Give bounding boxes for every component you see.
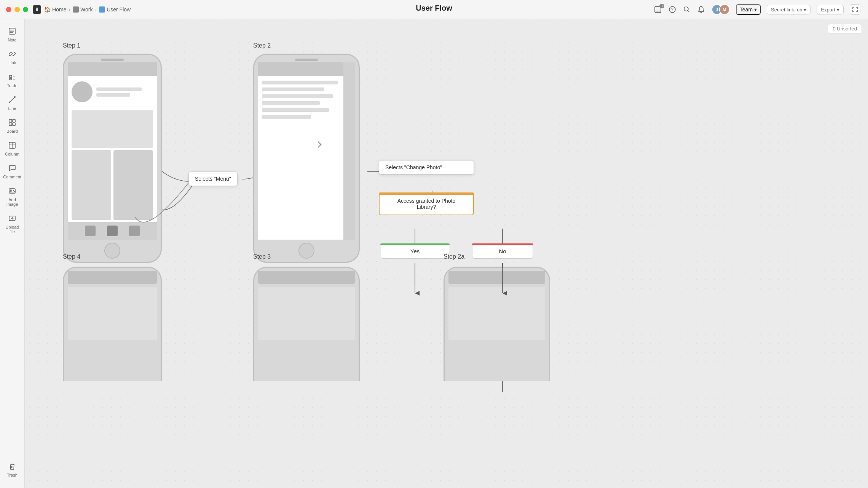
svg-rect-19	[9, 123, 12, 126]
tablet-icon[interactable]: 3	[654, 5, 662, 14]
canvas-title: User Flow	[416, 4, 452, 13]
avatar-group: J M	[712, 4, 730, 15]
phone-home-btn-2	[298, 243, 314, 259]
step1-label: Step 1	[63, 42, 80, 49]
svg-rect-24	[9, 189, 15, 193]
sidebar-item-column[interactable]: Column	[2, 138, 23, 159]
phone-speaker-1	[101, 59, 124, 61]
sidebar-item-board[interactable]: Board	[2, 115, 23, 137]
breadcrumb-page[interactable]: User Flow	[99, 6, 131, 13]
help-icon[interactable]: ?	[668, 5, 677, 14]
svg-point-15	[9, 102, 10, 103]
phone-sidebar-2	[343, 62, 355, 240]
phone-screen-1	[68, 62, 157, 240]
sidebar-item-comment[interactable]: Comment	[2, 161, 23, 182]
header-right: 3 ? J	[654, 0, 860, 19]
sidebar-label-note: Note	[8, 38, 16, 42]
sidebar-item-trash[interactable]: Trash	[2, 459, 23, 480]
svg-rect-20	[13, 123, 15, 126]
note-icon	[8, 27, 16, 37]
canvas-area[interactable]: 0 Unsorted Step 1	[25, 19, 868, 488]
sidebar-item-line[interactable]: Line	[2, 92, 23, 114]
sidebar-item-link[interactable]: Link	[2, 47, 23, 68]
breadcrumb: 🏠 Home › Work › User Flow	[44, 6, 131, 13]
chevron-down-icon-3: ▾	[837, 7, 839, 13]
sidebar-label-todo: To-do	[7, 83, 18, 88]
decision-top-border	[379, 192, 474, 195]
step3-phone[interactable]	[253, 267, 360, 381]
yes-top-border	[380, 243, 450, 245]
search-icon[interactable]	[683, 5, 691, 14]
svg-point-16	[14, 96, 16, 98]
step4-label: Step 4	[63, 253, 80, 260]
breadcrumb-sep-2: ›	[95, 6, 97, 13]
breadcrumb-work[interactable]: Work	[73, 6, 93, 13]
phone-speaker-2	[295, 59, 318, 61]
trash-icon	[8, 462, 16, 472]
chevron-down-icon: ▾	[754, 6, 757, 13]
sidebar-label-add-image: Add Image	[4, 197, 21, 207]
svg-rect-10	[10, 75, 12, 78]
phone-screen-2	[258, 62, 355, 240]
breadcrumb-sep-1: ›	[69, 6, 70, 13]
step3-label: Step 3	[253, 253, 271, 260]
sidebar-item-upload[interactable]: Upload file	[2, 211, 23, 237]
badge: 3	[659, 4, 664, 8]
sidebar-item-todo[interactable]: To-do	[2, 70, 23, 91]
todo-icon	[8, 73, 16, 82]
sidebar-item-add-image[interactable]: Add Image	[2, 184, 23, 210]
home-icon: 🏠	[44, 6, 51, 13]
outcome-yes[interactable]: Yes	[381, 244, 449, 259]
svg-rect-17	[9, 119, 12, 122]
phone-home-btn-1	[104, 243, 120, 259]
maximize-button[interactable]	[23, 7, 28, 12]
svg-line-14	[10, 97, 15, 102]
phone-header-1	[68, 62, 157, 76]
secret-link-button[interactable]: Secret link: on ▾	[767, 5, 811, 14]
link-icon	[8, 50, 16, 59]
left-sidebar: Note Link To-do	[0, 19, 25, 488]
work-folder-icon	[73, 6, 79, 13]
sidebar-label-board: Board	[6, 129, 18, 134]
sidebar-label-link: Link	[8, 60, 16, 65]
step1-phone[interactable]	[63, 54, 162, 263]
avatar-2: M	[719, 4, 730, 15]
step2a-label: Step 2a	[444, 253, 464, 260]
step2a-phone[interactable]	[444, 267, 550, 381]
export-button[interactable]: Export ▾	[817, 5, 844, 14]
board-icon	[8, 118, 16, 128]
add-image-icon	[8, 187, 16, 196]
titlebar: 8 🏠 Home › Work › User Flow User Flow 3	[0, 0, 868, 19]
annotation-change-photo[interactable]: Selects "Change Photo"	[379, 160, 474, 175]
column-icon	[8, 141, 16, 151]
unsorted-badge: 0 Unsorted	[828, 24, 862, 33]
annotation-selects-menu[interactable]: Selects "Menu"	[188, 172, 238, 186]
breadcrumb-home[interactable]: 🏠 Home	[44, 6, 66, 13]
outcome-no[interactable]: No	[472, 244, 533, 259]
close-button[interactable]	[6, 7, 11, 12]
chevron-down-icon-2: ▾	[804, 7, 806, 13]
svg-rect-18	[13, 119, 15, 122]
sidebar-label-column: Column	[5, 152, 19, 156]
sidebar-label-upload: Upload file	[4, 225, 21, 234]
app-logo: 8	[33, 5, 41, 14]
sidebar-label-comment: Comment	[3, 175, 21, 179]
page-icon	[99, 6, 105, 13]
decision-box-access[interactable]: Access granted to Photo Library?	[379, 192, 474, 215]
team-button[interactable]: Team ▾	[736, 4, 761, 15]
svg-point-4	[684, 7, 688, 11]
window-controls	[6, 7, 28, 12]
line-draw-icon	[8, 95, 16, 105]
svg-rect-11	[10, 78, 12, 80]
minimize-button[interactable]	[14, 7, 20, 12]
phone-header-2	[258, 62, 355, 76]
step4-phone[interactable]	[63, 267, 162, 381]
upload-icon	[8, 214, 16, 224]
step2-phone[interactable]	[253, 54, 360, 263]
header-icons: 3 ?	[654, 5, 705, 14]
expand-button[interactable]	[850, 4, 860, 15]
sidebar-item-note[interactable]: Note	[2, 24, 23, 45]
notification-icon[interactable]	[697, 5, 705, 14]
sidebar-label-line: Line	[8, 106, 16, 111]
sidebar-label-trash: Trash	[7, 473, 18, 477]
